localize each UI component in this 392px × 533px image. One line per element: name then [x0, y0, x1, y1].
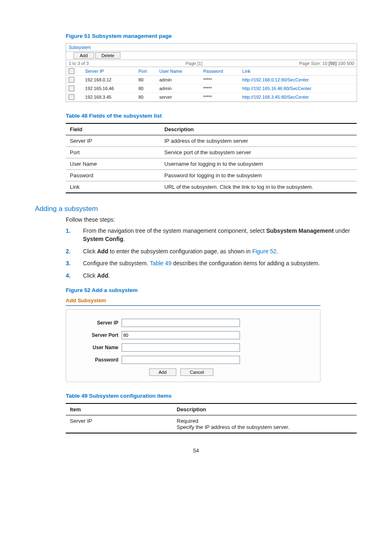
step-1: From the navigation tree of the system m… — [66, 227, 357, 243]
table-row: 192.165.16.46 80 admin ***** http://192.… — [66, 84, 357, 93]
cell-port: 80 — [136, 84, 157, 93]
cell-link[interactable]: http://192.168.3.45:80/SecCenter — [242, 95, 309, 100]
page-number: 54 — [35, 447, 357, 454]
cell-port: 80 — [136, 76, 157, 84]
t: . — [277, 248, 278, 255]
page-size: Page Size: 10 [50] 100 500 — [299, 61, 354, 66]
page-size-100[interactable]: 100 — [338, 61, 345, 66]
page-size-50[interactable]: [50] — [329, 61, 337, 66]
user-name-input[interactable] — [122, 343, 240, 352]
th-field: Field — [66, 123, 160, 135]
t: System Config — [83, 236, 123, 242]
col-user-name[interactable]: User Name — [157, 67, 201, 76]
cell: Password — [66, 170, 160, 181]
user-name-label: User Name — [75, 345, 118, 350]
row-checkbox[interactable] — [69, 86, 74, 91]
table-49: Item Description Server IP Required Spec… — [66, 403, 357, 433]
cell: Password for logging in to the subsystem — [160, 170, 357, 181]
t: Add — [97, 248, 108, 255]
add-subsystem-screenshot: Add Subsystem Server IP Server Port User… — [66, 297, 321, 382]
server-ip-label: Server IP — [75, 320, 118, 326]
cell-line: Specify the IP address of the subsystem … — [177, 424, 353, 430]
t: Click — [83, 248, 97, 255]
t: From the navigation tree of the system m… — [83, 227, 266, 234]
add-button[interactable]: Add — [74, 52, 94, 59]
cell-port: 80 — [136, 93, 157, 102]
th-item: Item — [66, 403, 173, 415]
cell: Link — [66, 181, 160, 193]
server-port-label: Server Port — [75, 332, 118, 338]
th-desc: Description — [160, 123, 357, 135]
section-title: Adding a subsystem — [35, 205, 357, 213]
figure-51-title: Figure 51 Subsystem management page — [66, 33, 357, 39]
form-add-button[interactable]: Add — [149, 368, 176, 376]
cell-link[interactable]: http://192.168.0.12:80/SecCenter — [242, 77, 309, 82]
cell: Server IP — [66, 135, 160, 147]
delete-button[interactable]: Delete — [95, 52, 121, 59]
pager-page: Page [1] — [185, 61, 202, 66]
step-4: Click Add. — [66, 272, 357, 280]
table-row: 192.168.3.45 80 server ***** http://192.… — [66, 93, 357, 102]
password-label: Password — [75, 357, 118, 363]
t: . — [123, 236, 125, 242]
t: under — [334, 227, 350, 234]
th-desc: Description — [173, 403, 357, 415]
step-3: Configure the subsystem. Table 49 descri… — [66, 260, 357, 268]
page-size-label: Page Size: — [299, 61, 322, 66]
cell: URL of the subsystem. Click the link to … — [160, 181, 357, 193]
col-port[interactable]: Port — [136, 67, 157, 76]
cell: IP address of the subsystem server — [160, 135, 357, 147]
cell-user: admin — [157, 76, 201, 84]
pager-range: 1 to 3 of 3 — [69, 61, 89, 66]
cell-pwd: ***** — [201, 93, 240, 102]
cell-link[interactable]: http://192.165.16.46:80/SecCenter — [242, 86, 311, 91]
t: describes the configuration items for ad… — [171, 260, 320, 266]
t: Configure the subsystem. — [83, 260, 150, 266]
table-49-title: Table 49 Subsystem configuration items — [66, 393, 357, 399]
subsystem-list-screenshot: Subsystem Add Delete 1 to 3 of 3 Page [1… — [66, 43, 357, 102]
cell: Service port of the subsystem server — [160, 147, 357, 158]
t: Add — [97, 272, 108, 279]
form-cancel-button[interactable]: Cancel — [180, 368, 213, 376]
page-size-10[interactable]: 10 — [322, 61, 327, 66]
t: Subsystem Management — [266, 227, 334, 234]
figure-52-link[interactable]: Figure 52 — [252, 248, 277, 255]
page-size-500[interactable]: 500 — [347, 61, 354, 66]
cell-pwd: ***** — [201, 84, 240, 93]
step-2: Click Add to enter the subsystem configu… — [66, 248, 357, 256]
cell: Required Specify the IP address of the s… — [173, 415, 357, 433]
lead-text: Follow these steps: — [66, 216, 357, 223]
cell: User Name — [66, 158, 160, 170]
table-48: Field Description Server IPIP address of… — [66, 123, 357, 193]
row-checkbox[interactable] — [69, 77, 74, 83]
cell-ip: 192.165.16.46 — [83, 84, 136, 93]
cell: Port — [66, 147, 160, 158]
subsystem-panel-title: Subsystem — [66, 44, 357, 51]
table-48-title: Table 48 Fields of the subsystem list — [66, 113, 357, 119]
server-ip-input[interactable] — [122, 319, 240, 327]
table-row: 192.168.0.12 80 admin ***** http://192.1… — [66, 76, 357, 84]
cell-ip: 192.168.0.12 — [83, 76, 136, 84]
row-checkbox[interactable] — [69, 94, 74, 100]
cell-user: server — [157, 93, 201, 102]
cell-pwd: ***** — [201, 76, 240, 84]
cell: Server IP — [66, 415, 173, 433]
table-49-link[interactable]: Table 49 — [150, 260, 171, 266]
add-subsystem-heading: Add Subsystem — [66, 297, 321, 305]
t: Click — [83, 272, 97, 279]
server-port-input[interactable] — [122, 331, 240, 339]
select-all-checkbox[interactable] — [69, 68, 74, 74]
col-password[interactable]: Password — [201, 67, 240, 76]
t: to enter the subsystem configuration pag… — [108, 248, 252, 255]
col-link[interactable]: Link — [240, 67, 357, 76]
cell-user: admin — [157, 84, 201, 93]
col-server-ip[interactable]: Server IP — [83, 67, 136, 76]
cell: Username for logging in to the subsystem — [160, 158, 357, 170]
password-input[interactable] — [122, 356, 240, 364]
cell-ip: 192.168.3.45 — [83, 93, 136, 102]
cell-line: Required — [177, 418, 353, 424]
t: . — [108, 272, 110, 279]
figure-52-title: Figure 52 Add a subsystem — [66, 287, 357, 293]
